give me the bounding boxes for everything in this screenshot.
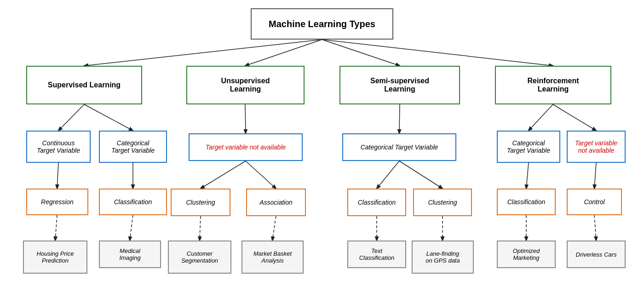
housing-label: Housing PricePrediction — [37, 250, 74, 264]
control-node: Control — [567, 189, 622, 215]
svg-line-2 — [322, 40, 400, 66]
classification-semi-node: Classification — [347, 189, 406, 216]
housing-node: Housing PricePrediction — [23, 241, 87, 274]
categorical-r-label: CategoricalTarget Variable — [507, 139, 550, 154]
categorical-s-label: CategoricalTarget Variable — [111, 139, 155, 154]
svg-line-12 — [201, 161, 246, 189]
svg-line-14 — [377, 161, 399, 189]
svg-line-4 — [58, 104, 84, 131]
text-node: TextClassification — [347, 241, 406, 268]
svg-line-8 — [529, 104, 553, 131]
text-label: TextClassification — [359, 247, 395, 261]
semisupervised-node: Semi-supervisedLearning — [339, 66, 460, 104]
categorical-s-node: CategoricalTarget Variable — [99, 131, 167, 163]
svg-line-10 — [57, 163, 58, 189]
market-node: Market BasketAnalysis — [242, 241, 304, 274]
svg-line-25 — [594, 215, 596, 241]
control-label: Control — [584, 198, 604, 206]
diagram: Machine Learning Types Supervised Learni… — [0, 0, 644, 281]
continuous-label: ContinuousTarget Variable — [37, 139, 80, 154]
svg-line-7 — [399, 104, 400, 133]
svg-line-5 — [84, 104, 133, 131]
association-label: Association — [259, 199, 293, 206]
clustering-semi-label: Clustering — [428, 199, 457, 206]
svg-line-3 — [322, 40, 553, 66]
unsupervised-label: UnsupervisedLearning — [221, 77, 270, 93]
clustering-u-node: Clustering — [171, 189, 230, 216]
target-na-node: Target variable not available — [189, 133, 303, 161]
svg-line-0 — [84, 40, 322, 66]
svg-line-6 — [245, 104, 246, 133]
supervised-label: Supervised Learning — [48, 81, 121, 89]
svg-line-19 — [130, 215, 133, 241]
svg-line-13 — [246, 161, 276, 189]
root-label: Machine Learning Types — [269, 19, 375, 29]
svg-line-18 — [55, 215, 57, 241]
optimized-label: OptimizedMarketing — [513, 247, 540, 261]
supervised-node: Supervised Learning — [26, 66, 142, 104]
categorical-semi-node: Categorical Target Variable — [342, 133, 456, 161]
lane-node: Lane-findingon GPS data — [412, 241, 474, 274]
driverless-node: Driverless Cars — [567, 241, 626, 268]
association-node: Association — [246, 189, 306, 216]
svg-line-21 — [272, 216, 276, 241]
classification-s-label: Classification — [114, 198, 152, 206]
svg-line-20 — [200, 216, 201, 241]
target-na-r-label: Target variablenot available — [575, 139, 617, 154]
clustering-u-label: Clustering — [186, 199, 215, 206]
svg-line-15 — [399, 161, 443, 189]
reinforcement-node: ReinforcementLearning — [495, 66, 611, 104]
classification-semi-label: Classification — [358, 199, 396, 206]
medical-node: MedicalImaging — [99, 241, 161, 268]
svg-line-9 — [553, 104, 596, 131]
customer-node: CustomerSegmentation — [168, 241, 231, 274]
categorical-semi-label: Categorical Target Variable — [361, 143, 438, 151]
regression-label: Regression — [41, 198, 74, 206]
continuous-node: ContinuousTarget Variable — [26, 131, 91, 163]
categorical-r-node: CategoricalTarget Variable — [497, 131, 560, 163]
classification-r-node: Classification — [497, 189, 556, 215]
reinforcement-label: ReinforcementLearning — [527, 77, 579, 93]
classification-r-label: Classification — [507, 198, 545, 206]
target-na-label: Target variable not available — [206, 143, 286, 151]
driverless-label: Driverless Cars — [576, 251, 617, 258]
svg-line-17 — [594, 163, 596, 189]
medical-label: MedicalImaging — [119, 247, 140, 261]
root-node: Machine Learning Types — [251, 8, 393, 40]
regression-node: Regression — [26, 189, 88, 215]
svg-line-1 — [245, 40, 322, 66]
clustering-semi-node: Clustering — [413, 189, 472, 216]
classification-s-node: Classification — [99, 189, 167, 215]
customer-label: CustomerSegmentation — [181, 250, 218, 264]
optimized-node: OptimizedMarketing — [497, 241, 556, 268]
svg-line-16 — [526, 163, 529, 189]
semisupervised-label: Semi-supervisedLearning — [370, 77, 429, 93]
target-na-r-node: Target variablenot available — [567, 131, 626, 163]
market-label: Market BasketAnalysis — [253, 250, 292, 264]
unsupervised-node: UnsupervisedLearning — [186, 66, 305, 104]
lane-label: Lane-findingon GPS data — [426, 250, 460, 264]
